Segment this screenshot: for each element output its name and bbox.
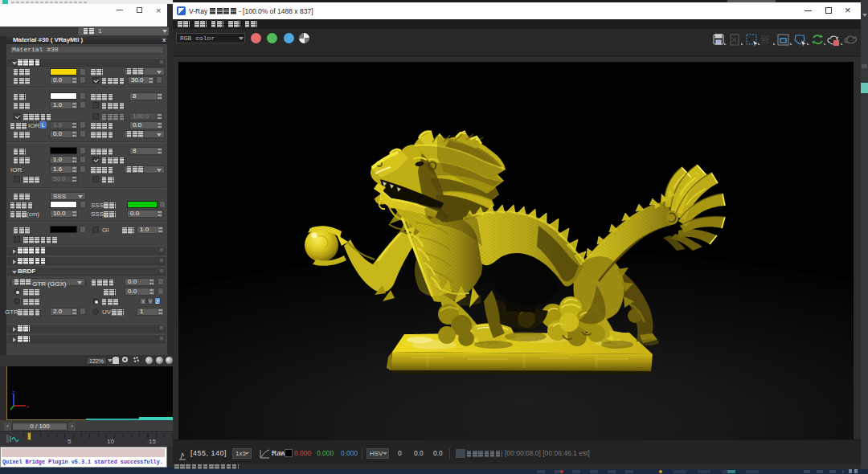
svg-text:Z: Z: [12, 390, 15, 395]
svg-text:x: x: [27, 404, 29, 409]
svg-text:50z: 50z: [761, 37, 769, 42]
